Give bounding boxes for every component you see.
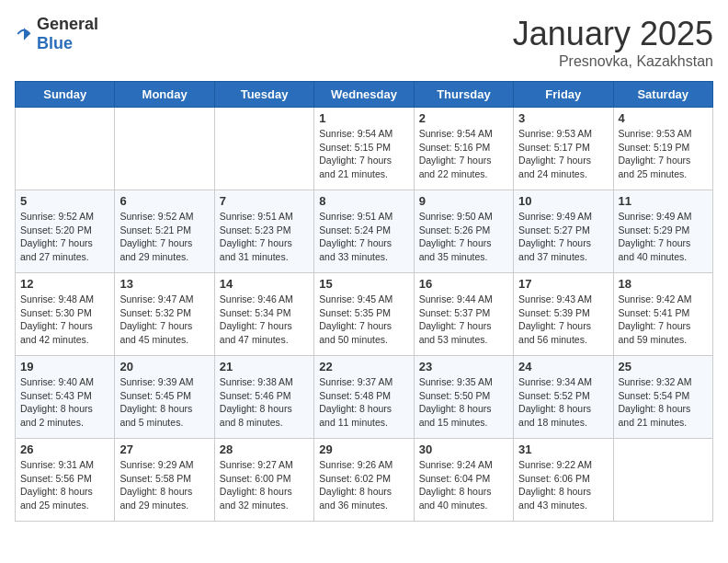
day-info: Sunrise: 9:35 AM Sunset: 5:50 PM Dayligh… <box>419 375 508 430</box>
day-info: Sunrise: 9:49 AM Sunset: 5:27 PM Dayligh… <box>518 210 608 264</box>
day-number: 5 <box>20 194 109 208</box>
day-info: Sunrise: 9:32 AM Sunset: 5:54 PM Dayligh… <box>619 375 708 430</box>
calendar-cell: 2Sunrise: 9:54 AM Sunset: 5:16 PM Daylig… <box>414 108 513 190</box>
day-number: 21 <box>220 360 309 373</box>
day-info: Sunrise: 9:43 AM Sunset: 5:39 PM Dayligh… <box>518 293 608 347</box>
calendar-cell: 18Sunrise: 9:42 AM Sunset: 5:41 PM Dayli… <box>613 273 712 356</box>
day-number: 16 <box>419 277 508 291</box>
sub-title: Presnovka, Kazakhstan <box>513 53 713 70</box>
day-info: Sunrise: 9:31 AM Sunset: 5:56 PM Dayligh… <box>20 458 109 512</box>
day-number: 14 <box>220 277 309 291</box>
day-info: Sunrise: 9:26 AM Sunset: 6:02 PM Dayligh… <box>319 458 408 512</box>
calendar-cell: 27Sunrise: 9:29 AM Sunset: 5:58 PM Dayli… <box>115 439 214 522</box>
logo: General Blue <box>15 15 98 53</box>
main-title: January 2025 <box>513 15 713 53</box>
calendar-cell: 12Sunrise: 9:48 AM Sunset: 5:30 PM Dayli… <box>16 273 115 356</box>
page-header: General Blue January 2025 Presnovka, Kaz… <box>15 15 713 70</box>
logo-blue: Blue <box>37 34 73 52</box>
day-info: Sunrise: 9:22 AM Sunset: 6:06 PM Dayligh… <box>518 458 608 512</box>
calendar-cell: 14Sunrise: 9:46 AM Sunset: 5:34 PM Dayli… <box>214 273 313 356</box>
day-info: Sunrise: 9:52 AM Sunset: 5:21 PM Dayligh… <box>119 210 209 264</box>
logo-icon <box>15 25 33 43</box>
day-info: Sunrise: 9:34 AM Sunset: 5:52 PM Dayligh… <box>518 375 608 430</box>
calendar-cell: 19Sunrise: 9:40 AM Sunset: 5:43 PM Dayli… <box>16 356 115 439</box>
calendar-cell: 9Sunrise: 9:50 AM Sunset: 5:26 PM Daylig… <box>414 190 513 273</box>
calendar-cell <box>16 108 115 190</box>
day-number: 8 <box>319 194 408 208</box>
day-info: Sunrise: 9:47 AM Sunset: 5:32 PM Dayligh… <box>119 293 209 347</box>
day-number: 25 <box>619 360 708 373</box>
calendar-cell: 28Sunrise: 9:27 AM Sunset: 6:00 PM Dayli… <box>214 439 313 522</box>
day-number: 7 <box>220 194 309 208</box>
day-info: Sunrise: 9:37 AM Sunset: 5:48 PM Dayligh… <box>319 375 408 430</box>
title-block: January 2025 Presnovka, Kazakhstan <box>513 15 713 70</box>
day-info: Sunrise: 9:51 AM Sunset: 5:23 PM Dayligh… <box>220 210 309 264</box>
day-info: Sunrise: 9:52 AM Sunset: 5:20 PM Dayligh… <box>20 210 109 264</box>
day-number: 18 <box>619 277 708 291</box>
calendar-cell: 16Sunrise: 9:44 AM Sunset: 5:37 PM Dayli… <box>414 273 513 356</box>
calendar-cell: 22Sunrise: 9:37 AM Sunset: 5:48 PM Dayli… <box>314 356 414 439</box>
weekday-header-wednesday: Wednesday <box>314 82 414 108</box>
day-info: Sunrise: 9:50 AM Sunset: 5:26 PM Dayligh… <box>419 210 508 264</box>
day-info: Sunrise: 9:27 AM Sunset: 6:00 PM Dayligh… <box>220 458 309 512</box>
calendar-cell: 11Sunrise: 9:49 AM Sunset: 5:29 PM Dayli… <box>613 190 712 273</box>
day-number: 20 <box>119 360 209 373</box>
day-info: Sunrise: 9:40 AM Sunset: 5:43 PM Dayligh… <box>20 375 109 430</box>
day-info: Sunrise: 9:53 AM Sunset: 5:17 PM Dayligh… <box>518 127 608 181</box>
day-info: Sunrise: 9:45 AM Sunset: 5:35 PM Dayligh… <box>319 293 408 347</box>
day-number: 27 <box>119 442 209 456</box>
day-number: 11 <box>619 194 708 208</box>
day-number: 9 <box>419 194 508 208</box>
weekday-header-friday: Friday <box>514 82 613 108</box>
calendar-cell: 13Sunrise: 9:47 AM Sunset: 5:32 PM Dayli… <box>115 273 214 356</box>
day-number: 2 <box>419 111 508 125</box>
day-info: Sunrise: 9:39 AM Sunset: 5:45 PM Dayligh… <box>119 375 209 430</box>
weekday-header-saturday: Saturday <box>613 82 712 108</box>
weekday-header-thursday: Thursday <box>414 82 513 108</box>
calendar-cell: 26Sunrise: 9:31 AM Sunset: 5:56 PM Dayli… <box>16 439 115 522</box>
day-info: Sunrise: 9:44 AM Sunset: 5:37 PM Dayligh… <box>419 293 508 347</box>
calendar-cell: 1Sunrise: 9:54 AM Sunset: 5:15 PM Daylig… <box>314 108 414 190</box>
day-number: 1 <box>319 111 408 125</box>
day-number: 6 <box>119 194 209 208</box>
day-info: Sunrise: 9:38 AM Sunset: 5:46 PM Dayligh… <box>220 375 309 430</box>
day-info: Sunrise: 9:29 AM Sunset: 5:58 PM Dayligh… <box>119 458 209 512</box>
day-number: 30 <box>419 442 508 456</box>
day-number: 13 <box>119 277 209 291</box>
day-number: 10 <box>518 194 608 208</box>
day-number: 31 <box>518 442 608 456</box>
calendar-cell: 4Sunrise: 9:53 AM Sunset: 5:19 PM Daylig… <box>613 108 712 190</box>
calendar-cell: 23Sunrise: 9:35 AM Sunset: 5:50 PM Dayli… <box>414 356 513 439</box>
calendar-cell: 24Sunrise: 9:34 AM Sunset: 5:52 PM Dayli… <box>514 356 613 439</box>
calendar-table: SundayMondayTuesdayWednesdayThursdayFrid… <box>15 81 713 522</box>
calendar-cell: 7Sunrise: 9:51 AM Sunset: 5:23 PM Daylig… <box>214 190 313 273</box>
day-number: 23 <box>419 360 508 373</box>
day-info: Sunrise: 9:54 AM Sunset: 5:16 PM Dayligh… <box>419 127 508 181</box>
calendar-cell: 5Sunrise: 9:52 AM Sunset: 5:20 PM Daylig… <box>16 190 115 273</box>
calendar-cell: 29Sunrise: 9:26 AM Sunset: 6:02 PM Dayli… <box>314 439 414 522</box>
day-number: 28 <box>220 442 309 456</box>
day-number: 12 <box>20 277 109 291</box>
calendar-cell: 17Sunrise: 9:43 AM Sunset: 5:39 PM Dayli… <box>514 273 613 356</box>
day-number: 29 <box>319 442 408 456</box>
calendar-cell: 15Sunrise: 9:45 AM Sunset: 5:35 PM Dayli… <box>314 273 414 356</box>
calendar-cell: 21Sunrise: 9:38 AM Sunset: 5:46 PM Dayli… <box>214 356 313 439</box>
weekday-header-sunday: Sunday <box>16 82 115 108</box>
calendar-cell <box>613 439 712 522</box>
weekday-header-tuesday: Tuesday <box>214 82 313 108</box>
calendar-cell: 8Sunrise: 9:51 AM Sunset: 5:24 PM Daylig… <box>314 190 414 273</box>
calendar-cell: 3Sunrise: 9:53 AM Sunset: 5:17 PM Daylig… <box>514 108 613 190</box>
day-number: 24 <box>518 360 608 373</box>
day-number: 19 <box>20 360 109 373</box>
day-info: Sunrise: 9:46 AM Sunset: 5:34 PM Dayligh… <box>220 293 309 347</box>
calendar-cell: 10Sunrise: 9:49 AM Sunset: 5:27 PM Dayli… <box>514 190 613 273</box>
day-info: Sunrise: 9:54 AM Sunset: 5:15 PM Dayligh… <box>319 127 408 181</box>
calendar-cell: 20Sunrise: 9:39 AM Sunset: 5:45 PM Dayli… <box>115 356 214 439</box>
day-number: 3 <box>518 111 608 125</box>
day-number: 22 <box>319 360 408 373</box>
day-info: Sunrise: 9:24 AM Sunset: 6:04 PM Dayligh… <box>419 458 508 512</box>
calendar-cell: 31Sunrise: 9:22 AM Sunset: 6:06 PM Dayli… <box>514 439 613 522</box>
day-info: Sunrise: 9:51 AM Sunset: 5:24 PM Dayligh… <box>319 210 408 264</box>
day-number: 4 <box>619 111 708 125</box>
day-number: 15 <box>319 277 408 291</box>
